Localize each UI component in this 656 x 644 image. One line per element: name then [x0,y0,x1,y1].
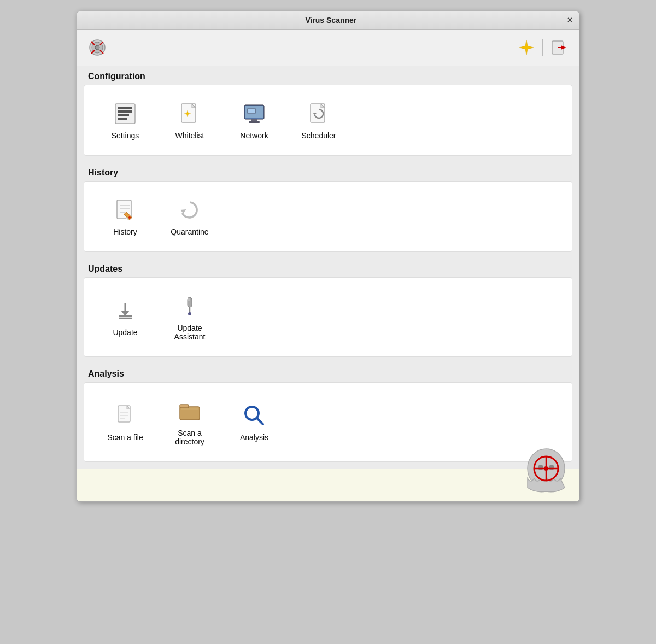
svg-rect-13 [118,110,132,113]
svg-rect-22 [249,121,260,123]
history-icon [112,197,138,223]
status-bar [77,469,579,501]
close-button[interactable]: × [567,16,572,25]
updates-panel: Update Update Assistant [84,277,572,357]
whitelist-button[interactable]: Whitelist [160,94,220,147]
svg-marker-37 [121,311,130,316]
main-window: Virus Scanner × [77,11,579,502]
update-assistant-icon [177,293,203,319]
quarantine-label: Quarantine [171,227,208,236]
update-assistant-button[interactable]: Update Assistant [160,286,220,348]
updates-header: Updates [77,259,579,277]
analysis-label: Analysis [240,433,268,442]
scan-file-label: Scan a file [107,433,143,442]
quarantine-button[interactable]: Quarantine [160,190,220,243]
update-button[interactable]: Update [95,286,155,348]
svg-marker-7 [519,40,534,55]
titlebar: Virus Scanner × [77,11,579,30]
scan-directory-label: Scan a directory [164,429,215,446]
svg-rect-24 [248,109,255,113]
settings-label: Settings [112,131,139,140]
scan-directory-button[interactable]: Scan a directory [160,391,220,453]
exit-icon[interactable] [547,36,570,59]
whitelist-icon [177,101,203,127]
scan-file-icon [112,402,138,429]
toolbar-divider [542,39,543,56]
settings-button[interactable]: Settings [95,94,155,147]
analysis-header: Analysis [77,364,579,382]
svg-rect-21 [251,119,257,121]
network-label: Network [240,131,268,140]
svg-rect-50 [180,405,189,408]
toolbar-right [515,36,570,59]
scan-directory-icon [177,398,203,424]
svg-point-6 [95,45,99,50]
history-header: History [77,162,579,181]
svg-rect-15 [118,118,127,120]
history-label: History [113,227,137,236]
virus-scanner-logo-icon [86,36,109,59]
window-title: Virus Scanner [95,16,567,25]
svg-rect-51 [181,408,198,410]
svg-point-42 [188,312,191,315]
network-button[interactable]: Network [224,94,284,147]
analysis-icon [241,402,267,429]
quarantine-icon [177,197,203,223]
svg-rect-12 [118,107,132,109]
update-assistant-label: Update Assistant [164,324,215,341]
update-label: Update [113,328,137,337]
update-icon [112,297,138,324]
svg-line-53 [257,418,263,424]
configuration-header: Configuration [77,66,579,85]
configuration-panel: Settings Whitelist [84,85,572,156]
settings-icon [112,101,138,127]
network-icon [241,101,267,127]
scheduler-label: Scheduler [301,131,336,140]
main-content: Configuration Settings [77,66,579,501]
history-button[interactable]: History [95,190,155,243]
sparkle-icon[interactable] [515,36,538,59]
svg-rect-14 [118,114,129,116]
logo-svg [86,36,109,59]
toolbar [77,30,579,66]
svg-point-34 [128,216,131,219]
scheduler-icon [306,101,332,127]
scheduler-button[interactable]: Scheduler [289,94,349,147]
whitelist-label: Whitelist [175,131,204,140]
svg-rect-43 [188,298,190,301]
analysis-panel: Scan a file Scan a directory [84,382,572,462]
history-panel: History Quarantine [84,181,572,252]
svg-marker-35 [180,209,186,213]
analysis-button[interactable]: Analysis [224,391,284,453]
scan-file-button[interactable]: Scan a file [95,391,155,453]
